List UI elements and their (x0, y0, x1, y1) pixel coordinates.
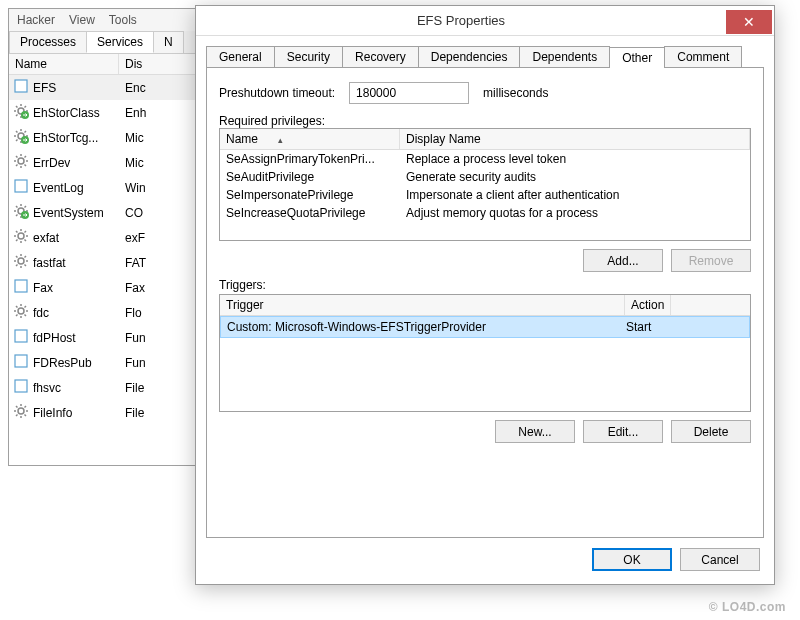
dialog-tab-general[interactable]: General (206, 46, 275, 67)
gear-icon (13, 403, 29, 422)
properties-dialog: EFS Properties ✕ GeneralSecurityRecovery… (195, 5, 775, 585)
dialog-tab-dependents[interactable]: Dependents (519, 46, 610, 67)
tab-network[interactable]: N (153, 31, 184, 53)
svg-line-18 (16, 140, 18, 142)
service-list[interactable]: EFSEncEhStorClassEnhEhStorTcg...MicErrDe… (9, 75, 207, 465)
svg-line-26 (16, 156, 18, 158)
gear-go-icon (13, 203, 29, 222)
svg-line-65 (16, 306, 18, 308)
cancel-button[interactable]: Cancel (680, 548, 760, 571)
gear-go-icon (13, 128, 29, 147)
privilege-row[interactable]: SeAuditPrivilegeGenerate security audits (220, 168, 750, 186)
triggers-list[interactable]: Trigger Action Custom: Microsoft-Windows… (219, 294, 751, 412)
dialog-tab-security[interactable]: Security (274, 46, 343, 67)
tab-processes[interactable]: Processes (9, 31, 87, 53)
service-row[interactable]: fastfatFAT (9, 250, 207, 275)
close-icon: ✕ (743, 14, 755, 30)
svg-line-8 (16, 115, 18, 117)
service-name: EventSystem (33, 206, 121, 220)
service-row[interactable]: fdPHostFun (9, 325, 207, 350)
service-row[interactable]: EhStorClassEnh (9, 100, 207, 125)
main-window: Hacker View Tools Processes Services N N… (8, 8, 208, 466)
service-desc: File (125, 406, 203, 420)
preshutdown-label: Preshutdown timeout: (219, 86, 335, 100)
svg-line-55 (16, 256, 18, 258)
priv-column-display[interactable]: Display Name (400, 129, 750, 149)
svg-line-57 (16, 265, 18, 267)
gear-icon (13, 253, 29, 272)
privileges-body[interactable]: SeAssignPrimaryTokenPri...Replace a proc… (220, 150, 750, 240)
service-row[interactable]: EFSEnc (9, 75, 207, 100)
service-row[interactable]: EhStorTcg...Mic (9, 125, 207, 150)
priv-display: Impersonate a client after authenticatio… (406, 188, 744, 202)
preshutdown-row: Preshutdown timeout: milliseconds (219, 82, 751, 104)
menu-view[interactable]: View (69, 13, 95, 27)
blank-icon (13, 78, 29, 97)
service-name: FileInfo (33, 406, 121, 420)
service-row[interactable]: FaxFax (9, 275, 207, 300)
privilege-row[interactable]: SeAssignPrimaryTokenPri...Replace a proc… (220, 150, 750, 168)
action-column[interactable]: Action (625, 295, 671, 315)
priv-name: SeIncreaseQuotaPrivilege (226, 206, 406, 220)
service-row[interactable]: fhsvcFile (9, 375, 207, 400)
privilege-row[interactable]: SeIncreaseQuotaPrivilegeAdjust memory qu… (220, 204, 750, 222)
service-row[interactable]: fdcFlo (9, 300, 207, 325)
svg-point-41 (18, 233, 24, 239)
preshutdown-input[interactable] (349, 82, 469, 104)
service-desc: Mic (125, 156, 203, 170)
svg-line-68 (25, 306, 27, 308)
service-name: fastfat (33, 256, 121, 270)
svg-line-9 (25, 106, 27, 108)
priv-column-name[interactable]: Name▴ (220, 129, 400, 149)
svg-line-79 (16, 415, 18, 417)
trigger-buttons: New... Edit... Delete (219, 420, 751, 443)
service-row[interactable]: FileInfoFile (9, 400, 207, 425)
dialog-tab-recovery[interactable]: Recovery (342, 46, 419, 67)
service-desc: Enc (125, 81, 203, 95)
tab-services[interactable]: Services (86, 31, 154, 53)
service-row[interactable]: EventLogWin (9, 175, 207, 200)
service-desc: CO (125, 206, 203, 220)
column-name[interactable]: Name (9, 54, 119, 74)
ok-button[interactable]: OK (592, 548, 672, 571)
service-row[interactable]: EventSystemCO (9, 200, 207, 225)
preshutdown-unit: milliseconds (483, 86, 548, 100)
service-desc: Fun (125, 331, 203, 345)
triggers-body[interactable]: Custom: Microsoft-Windows-EFSTriggerProv… (220, 316, 750, 411)
menu-tools[interactable]: Tools (109, 13, 137, 27)
service-row[interactable]: ErrDevMic (9, 150, 207, 175)
service-name: EhStorTcg... (33, 131, 121, 145)
service-row[interactable]: exfatexF (9, 225, 207, 250)
menubar: Hacker View Tools (9, 9, 207, 31)
add-button[interactable]: Add... (583, 249, 663, 272)
service-name: EventLog (33, 181, 121, 195)
blank-icon (13, 278, 29, 297)
column-description[interactable]: Dis (119, 54, 207, 74)
svg-line-28 (16, 165, 18, 167)
edit-button[interactable]: Edit... (583, 420, 663, 443)
priv-name: SeImpersonatePrivilege (226, 188, 406, 202)
delete-button[interactable]: Delete (671, 420, 751, 443)
svg-point-72 (18, 408, 24, 414)
service-name: fhsvc (33, 381, 121, 395)
privileges-header: Name▴ Display Name (220, 129, 750, 150)
new-button[interactable]: New... (495, 420, 575, 443)
titlebar[interactable]: EFS Properties ✕ (196, 6, 774, 36)
trigger-row[interactable]: Custom: Microsoft-Windows-EFSTriggerProv… (220, 316, 750, 338)
svg-point-60 (18, 308, 24, 314)
dialog-tab-other[interactable]: Other (609, 47, 665, 68)
service-name: EFS (33, 81, 121, 95)
dialog-tab-comment[interactable]: Comment (664, 46, 742, 67)
privileges-list[interactable]: Name▴ Display Name SeAssignPrimaryTokenP… (219, 128, 751, 241)
blank-icon (13, 378, 29, 397)
svg-line-66 (25, 315, 27, 317)
menu-hacker[interactable]: Hacker (17, 13, 55, 27)
close-button[interactable]: ✕ (726, 10, 772, 34)
privilege-row[interactable]: SeImpersonatePrivilegeImpersonate a clie… (220, 186, 750, 204)
trigger-column[interactable]: Trigger (220, 295, 625, 315)
service-row[interactable]: FDResPubFun (9, 350, 207, 375)
svg-line-38 (16, 215, 18, 217)
dialog-tab-dependencies[interactable]: Dependencies (418, 46, 521, 67)
service-desc: Mic (125, 131, 203, 145)
svg-rect-0 (15, 80, 27, 92)
